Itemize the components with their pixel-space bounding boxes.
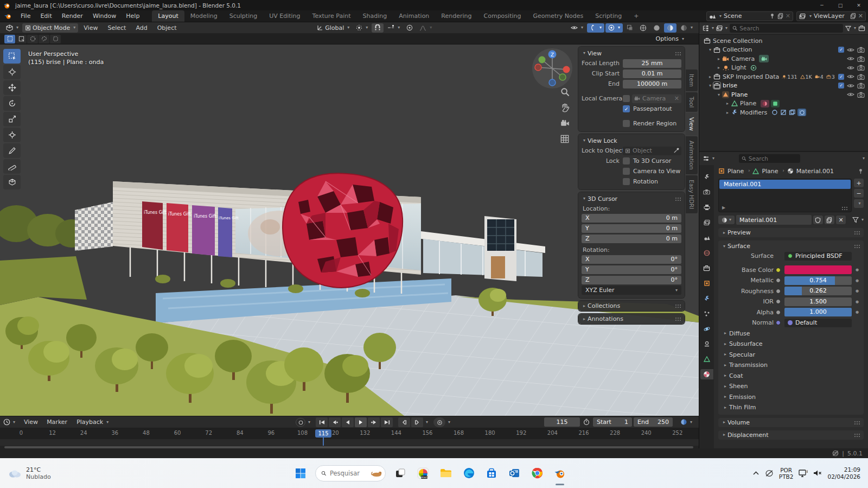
alpha-slider[interactable]: 1.000 (784, 308, 852, 316)
viewport-menu-view[interactable]: View (79, 24, 102, 31)
preview-panel[interactable]: ▸Preview (718, 228, 864, 237)
tab-constraints[interactable] (700, 339, 713, 349)
network-tray-icon[interactable]: 8 (799, 470, 808, 477)
workspace-tab-animation[interactable]: Animation (393, 10, 435, 22)
transform-orientation-dropdown[interactable]: Global ▾ (314, 23, 352, 33)
hide-eye-toggle[interactable] (847, 56, 854, 61)
mode-dropdown[interactable]: Object Mode ▾ (22, 23, 78, 33)
panel-grip-icon[interactable] (675, 197, 681, 201)
timeline-menu-view[interactable]: View (20, 419, 42, 426)
cursor-loc-z-field[interactable]: Z0 m (582, 235, 681, 243)
outlook-button[interactable] (505, 464, 524, 483)
outliner-item-label[interactable]: Collection (723, 46, 752, 53)
volume-muted-icon[interactable] (813, 470, 822, 477)
subsection-thin-film[interactable]: ▸Thin Film (722, 402, 860, 413)
outliner-row-light[interactable]: ▸ Light (699, 64, 868, 73)
hide-eye-toggle[interactable] (847, 92, 854, 97)
show-overlays-dropdown[interactable]: ▾ (605, 23, 623, 33)
outliner-item-label[interactable]: SKP Imported Data (723, 73, 779, 80)
lock-3d-cursor-checkbox[interactable] (623, 157, 630, 164)
hide-eye-toggle[interactable] (847, 74, 854, 79)
focal-length-field[interactable]: 25 mm (623, 59, 681, 68)
outliner-row-collection[interactable]: ▾ Collection ✓ (699, 46, 868, 55)
render-visibility-toggle[interactable] (857, 92, 865, 98)
timeline-editor-type-button[interactable]: ▾ (3, 419, 15, 426)
shading-rendered-button[interactable]: ▾ (678, 23, 695, 33)
no-internet-icon[interactable] (765, 470, 774, 477)
tool-scale[interactable] (3, 112, 21, 126)
lock-rotation-checkbox[interactable] (623, 178, 630, 185)
use-preview-range-toggle[interactable] (583, 419, 590, 426)
render-visibility-toggle[interactable] (857, 65, 865, 71)
render-visibility-toggle[interactable] (857, 47, 865, 53)
fake-user-button[interactable] (813, 216, 823, 224)
animate-dot-icon[interactable]: ● (854, 310, 860, 314)
taskbar-search-input[interactable] (330, 470, 368, 477)
new-scene-icon[interactable] (777, 13, 783, 19)
view-panel-title[interactable]: View (588, 50, 602, 57)
disclosure-open-icon[interactable]: ▾ (583, 197, 585, 201)
disclosure-open-icon[interactable]: ▾ (583, 138, 585, 143)
tab-modifiers[interactable] (700, 293, 713, 303)
tab-world[interactable] (700, 248, 713, 258)
3d-cursor-title[interactable]: 3D Cursor (588, 195, 617, 202)
roughness-slider[interactable]: 0.262 (784, 287, 852, 295)
rotation-order-dropdown[interactable]: XYZ Euler▾ (582, 286, 681, 295)
chevron-down-icon[interactable]: ▾ (308, 420, 310, 424)
properties-search[interactable] (739, 154, 800, 163)
viewport-menu-object[interactable]: Object (153, 24, 181, 31)
pivot-point-dropdown[interactable]: ▾ (353, 23, 371, 33)
material-slot-active[interactable]: Material.001 (719, 180, 851, 189)
clip-end-field[interactable]: 100000 m (623, 80, 681, 88)
outliner-row-skp-imported-data[interactable]: ▸ SKP Imported Data 131 1K 4 3 ✓ (699, 72, 868, 81)
tab-object[interactable] (700, 278, 713, 288)
taskbar-clock[interactable]: 21:09 02/04/2026 (827, 466, 860, 480)
jump-to-start-button[interactable] (316, 417, 328, 427)
play-button[interactable] (355, 417, 367, 427)
current-frame-field[interactable]: 115 (544, 417, 580, 427)
collection-checkbox[interactable]: ✓ (838, 47, 844, 53)
playhead[interactable]: 115 (315, 429, 331, 438)
animate-dot-icon[interactable]: ● (854, 268, 860, 272)
tool-select-box[interactable] (3, 49, 21, 64)
tab-collection[interactable] (700, 263, 713, 273)
subsection-coat[interactable]: ▸Coat (722, 371, 860, 382)
outliner-row-camera[interactable]: ▸ Camera (699, 54, 868, 64)
outliner-display-mode-button[interactable]: ▾ (716, 25, 727, 31)
add-workspace-button[interactable]: + (628, 10, 644, 22)
tab-physics[interactable] (700, 324, 713, 334)
outliner-item-label[interactable]: Light (731, 64, 746, 71)
timeline-menu-playback[interactable]: Playback ▾ (74, 417, 111, 427)
prev-keyframe-button[interactable] (329, 417, 341, 427)
render-visibility-toggle[interactable] (857, 74, 865, 80)
breadcrumb-data[interactable]: Plane (762, 168, 778, 175)
subsection-transmission[interactable]: ▸Transmission (722, 360, 860, 371)
workspace-tab-sculpting[interactable]: Sculpting (224, 10, 263, 22)
select-mode-paint[interactable] (50, 35, 61, 43)
end-frame-field[interactable]: End250 (634, 417, 673, 427)
tool-annotate[interactable] (3, 143, 21, 158)
menu-edit[interactable]: Edit (35, 10, 56, 22)
select-mode-tweak[interactable] (4, 35, 15, 43)
maximize-button[interactable]: □ (831, 0, 850, 10)
hidden-icons-chevron[interactable] (752, 471, 760, 476)
animate-dot-icon[interactable]: ● (854, 289, 860, 293)
passepartout-checkbox[interactable]: ✓ (623, 105, 630, 112)
keying-set-button[interactable] (433, 417, 445, 427)
pan-button[interactable] (559, 102, 571, 113)
navigation-gizmo[interactable]: Z (531, 47, 574, 90)
browse-material-button[interactable]: ▾ (718, 216, 735, 224)
render-region-checkbox[interactable] (623, 120, 630, 127)
unlink-material-button[interactable]: ✕ (836, 216, 846, 224)
next-keyframe-button[interactable] (368, 417, 380, 427)
chevron-down-icon[interactable]: ▾ (863, 156, 865, 161)
collections-panel-header[interactable]: ▸ Collections (578, 301, 685, 311)
frame-step-forward-button[interactable] (411, 417, 423, 427)
workspace-tab-rendering[interactable]: Rendering (435, 10, 477, 22)
breadcrumb-object[interactable]: Plane (727, 168, 744, 175)
falloff-dropdown[interactable]: ▾ (417, 23, 435, 33)
viewport-menu-select[interactable]: Select (103, 24, 130, 31)
displacement-panel[interactable]: ▸Displacement (718, 430, 864, 440)
annotations-panel-header[interactable]: ▸ Annotations (578, 314, 685, 324)
file-explorer-button[interactable] (437, 464, 455, 483)
